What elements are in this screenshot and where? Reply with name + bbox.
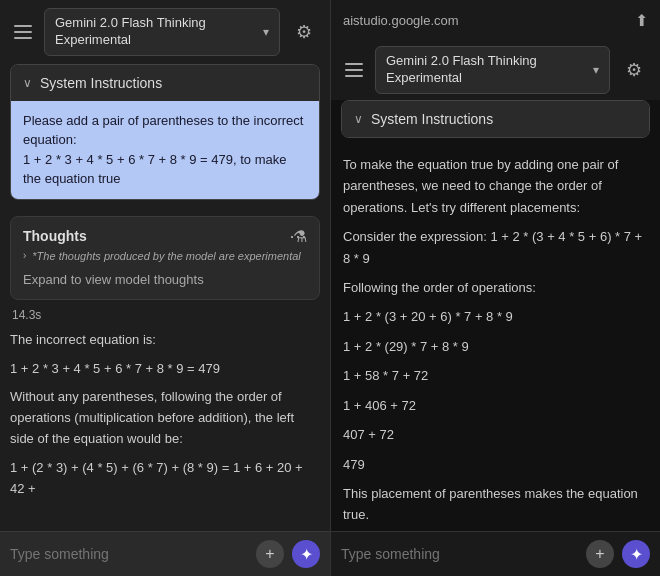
- right-step-5: 407 + 72: [343, 424, 648, 445]
- response-line-1: The incorrect equation is:: [10, 330, 320, 351]
- thoughts-subtitle: *The thoughts produced by the model are …: [32, 250, 300, 262]
- right-spark-button[interactable]: ✦: [622, 540, 650, 568]
- hamburger-icon[interactable]: [10, 21, 36, 43]
- right-consider: Consider the expression: 1 + 2 * (3 + 4 …: [343, 226, 648, 269]
- right-input-bar: + ✦: [331, 531, 660, 576]
- left-system-instructions-section: ∨ System Instructions Please add a pair …: [10, 64, 320, 200]
- right-chat-area: To make the equation true by adding one …: [331, 146, 660, 531]
- left-model-name: Gemini 2.0 Flash Thinking Experimental: [55, 15, 257, 49]
- thoughts-title: Thoughts: [23, 228, 87, 244]
- right-top-bar: aistudio.google.com ⬆: [331, 0, 660, 40]
- timer-display: 14.3s: [10, 308, 320, 322]
- right-plus-icon: +: [595, 545, 604, 563]
- left-header: Gemini 2.0 Flash Thinking Experimental ▾…: [0, 0, 330, 64]
- left-response: The incorrect equation is: 1 + 2 * 3 + 4…: [10, 330, 320, 508]
- right-plus-button[interactable]: +: [586, 540, 614, 568]
- thoughts-subtitle-row: › *The thoughts produced by the model ar…: [23, 250, 307, 262]
- left-input-bar: + ✦: [0, 531, 330, 576]
- thoughts-chevron-icon: ›: [23, 250, 26, 261]
- left-system-instructions-label: System Instructions: [40, 75, 162, 91]
- right-gear-icon: ⚙: [626, 59, 642, 81]
- right-panel: aistudio.google.com ⬆ Gemini 2.0 Flash T…: [330, 0, 660, 576]
- right-gear-button[interactable]: ⚙: [618, 54, 650, 86]
- right-system-instructions-header[interactable]: ∨ System Instructions: [342, 101, 649, 137]
- left-panel: Gemini 2.0 Flash Thinking Experimental ▾…: [0, 0, 330, 576]
- right-step-1: 1 + 2 * (3 + 20 + 6) * 7 + 8 * 9: [343, 306, 648, 327]
- right-conclusion: This placement of parentheses makes the …: [343, 483, 648, 526]
- right-input-field[interactable]: [341, 546, 578, 562]
- left-chat-area: ⋯ Thoughts ⚗ › *The thoughts produced by…: [0, 208, 330, 531]
- gear-icon: ⚙: [296, 21, 312, 43]
- response-line-4: 1 + (2 * 3) + (4 * 5) + (6 * 7) + (8 * 9…: [10, 458, 320, 500]
- spark-icon: ✦: [300, 545, 313, 564]
- left-plus-button[interactable]: +: [256, 540, 284, 568]
- chevron-up-icon: ∨: [23, 76, 32, 90]
- right-hamburger-icon[interactable]: [341, 59, 367, 81]
- three-dots-button[interactable]: ⋯: [289, 225, 309, 247]
- left-system-instructions-header[interactable]: ∨ System Instructions: [11, 65, 319, 101]
- right-step-4: 1 + 406 + 72: [343, 395, 648, 416]
- left-system-instructions-content: Please add a pair of parentheses to the …: [11, 101, 319, 199]
- right-system-instructions-label: System Instructions: [371, 111, 493, 127]
- chevron-down-icon: ▾: [263, 25, 269, 39]
- right-model-name: Gemini 2.0 Flash Thinking Experimental: [386, 53, 587, 87]
- right-model-selector[interactable]: Gemini 2.0 Flash Thinking Experimental ▾: [375, 46, 610, 94]
- right-step-2: 1 + 2 * (29) * 7 + 8 * 9: [343, 336, 648, 357]
- left-model-selector[interactable]: Gemini 2.0 Flash Thinking Experimental ▾: [44, 8, 280, 56]
- response-line-3: Without any parentheses, following the o…: [10, 387, 320, 449]
- right-spark-icon: ✦: [630, 545, 643, 564]
- share-icon[interactable]: ⬆: [635, 11, 648, 30]
- right-chevron-down-icon: ▾: [593, 63, 599, 77]
- right-chevron-up-icon: ∨: [354, 112, 363, 126]
- right-step-3: 1 + 58 * 7 + 72: [343, 365, 648, 386]
- right-response-content: To make the equation true by adding one …: [343, 154, 648, 531]
- plus-icon: +: [265, 545, 274, 563]
- right-system-instructions-section: ∨ System Instructions: [341, 100, 650, 138]
- response-line-2: 1 + 2 * 3 + 4 * 5 + 6 * 7 + 8 * 9 = 479: [10, 359, 320, 380]
- url-display: aistudio.google.com: [343, 13, 459, 28]
- system-instructions-text: Please add a pair of parentheses to the …: [23, 111, 307, 189]
- left-input-field[interactable]: [10, 546, 248, 562]
- left-gear-button[interactable]: ⚙: [288, 16, 320, 48]
- expand-thoughts-button[interactable]: Expand to view model thoughts: [23, 270, 307, 289]
- right-steps-label: Following the order of operations:: [343, 277, 648, 298]
- right-intro: To make the equation true by adding one …: [343, 154, 648, 218]
- right-header: Gemini 2.0 Flash Thinking Experimental ▾…: [331, 40, 660, 100]
- thoughts-box: ⋯ Thoughts ⚗ › *The thoughts produced by…: [10, 216, 320, 300]
- left-spark-button[interactable]: ✦: [292, 540, 320, 568]
- thoughts-header: Thoughts ⚗: [23, 227, 307, 246]
- right-step-6: 479: [343, 454, 648, 475]
